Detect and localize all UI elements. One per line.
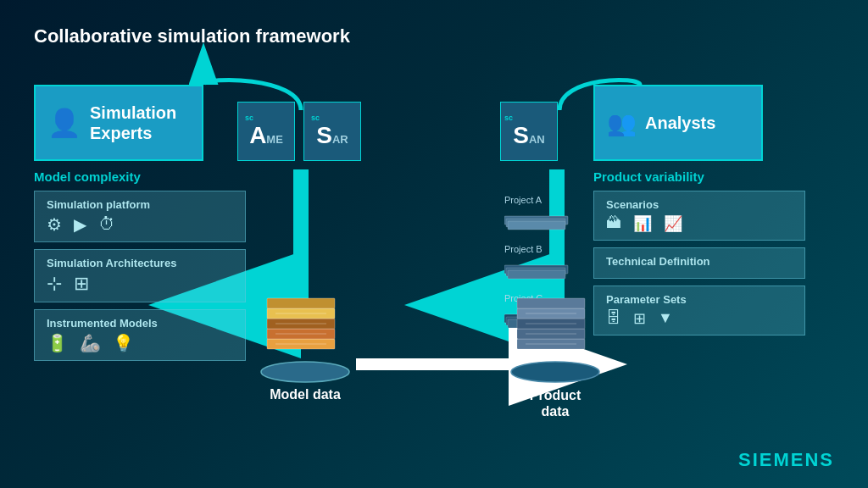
model-data-label: Model data (270, 387, 341, 402)
instrumented-models-box: Instrumented Models 🔋 🦾 💡 (34, 309, 246, 361)
model-complexity-label: Model complexity (34, 169, 141, 184)
network-icon: ⊹ (47, 273, 62, 295)
experts-line1: Simulation (90, 103, 176, 122)
sc-sar-box: sc S AR (303, 102, 361, 161)
product-data-label: Productdata (530, 387, 581, 419)
simulation-platform-box: Simulation platform ⚙ ▶ ⏱ (34, 191, 246, 242)
technical-definition-box: Technical Definition (593, 247, 805, 279)
parameter-sets-box: Parameter Sets 🗄 ⊞ ▼ (593, 286, 805, 336)
inst-models-icons: 🔋 🦾 💡 (47, 333, 233, 353)
sim-arch-icons: ⊹ ⊞ (47, 273, 233, 295)
page-title: Collaborative simulation framework (34, 25, 350, 47)
experts-line2: Experts (90, 124, 152, 142)
database-icon: 🗄 (606, 309, 621, 328)
project-a-item: Project A (504, 195, 572, 205)
param-sets-icons: 🗄 ⊞ ▼ (606, 309, 793, 328)
sc-tools-area: sc A ME sc S AR (237, 102, 361, 161)
mountain-icon: 🏔 (606, 214, 621, 233)
clock-icon: ⏱ (98, 214, 115, 235)
inst-models-title: Instrumented Models (47, 317, 233, 330)
sim-platform-icons: ⚙ ▶ ⏱ (47, 214, 233, 235)
analysts-text: Analysts (645, 114, 715, 133)
svg-rect-27 (517, 298, 585, 308)
chip-icon: 💡 (113, 333, 134, 353)
battery-icon: 🔋 (47, 333, 68, 353)
gauge-icon: 📊 (633, 214, 652, 233)
svg-rect-17 (267, 298, 335, 308)
project-b-item: Project B (504, 244, 572, 254)
project-a-label: Project A (504, 195, 542, 205)
sim-arch-title: Simulation Architectures (47, 257, 233, 269)
sc-san-sub: AN (529, 133, 545, 146)
hierarchy-icon: ⊞ (74, 273, 89, 295)
grid-icon: ⊞ (633, 309, 646, 328)
sim-architectures-box: Simulation Architectures ⊹ ⊞ (34, 249, 246, 302)
svg-rect-6 (508, 221, 565, 230)
sc-sar-sub: AR (332, 133, 348, 146)
simulation-experts-box: 👤 Simulation Experts (34, 85, 203, 161)
scenarios-icons: 🏔 📊 📈 (606, 214, 793, 233)
scenarios-title: Scenarios (606, 198, 793, 211)
gear-icon: ⚙ (47, 214, 62, 235)
sc-sar-sc-label: sc (311, 114, 320, 122)
filter-icon: ▼ (658, 309, 673, 328)
chart-icon: 📈 (664, 214, 682, 233)
sim-experts-text: Simulation Experts (90, 103, 176, 143)
svg-rect-9 (508, 270, 565, 279)
project-b-label: Project B (504, 244, 542, 254)
sc-san-sc-label: sc (504, 114, 513, 122)
sc-ame-main: A (249, 122, 266, 149)
product-variability-label: Product variability (593, 169, 704, 184)
sc-ame-sub: ME (266, 133, 283, 146)
sim-platform-title: Simulation platform (47, 198, 233, 211)
sc-sar-main: S (316, 122, 332, 149)
left-platform-boxes: Simulation platform ⚙ ▶ ⏱ Simulation Arc… (34, 191, 246, 361)
product-data-area: Productdata (509, 297, 602, 419)
arm-icon: 🦾 (80, 333, 101, 353)
sc-ame-sc-label: sc (245, 114, 253, 122)
analysts-box: 👥 Analysts (593, 85, 763, 161)
sc-san-main: S (513, 122, 529, 149)
svg-point-22 (261, 362, 349, 382)
model-data-area: Model data (259, 297, 352, 402)
analysts-icon: 👥 (607, 109, 637, 137)
right-content-boxes: Scenarios 🏔 📊 📈 Technical Definition Par… (593, 191, 805, 336)
sc-san-box: sc S AN (500, 102, 558, 161)
tech-def-title: Technical Definition (606, 255, 793, 268)
svg-point-32 (511, 362, 599, 382)
sc-ame-box: sc A ME (237, 102, 295, 161)
play-icon: ▶ (74, 214, 86, 235)
scenarios-box: Scenarios 🏔 📊 📈 (593, 191, 805, 241)
param-sets-title: Parameter Sets (606, 293, 793, 306)
siemens-logo: SIEMENS (738, 449, 834, 471)
person-icon: 👤 (47, 107, 81, 139)
